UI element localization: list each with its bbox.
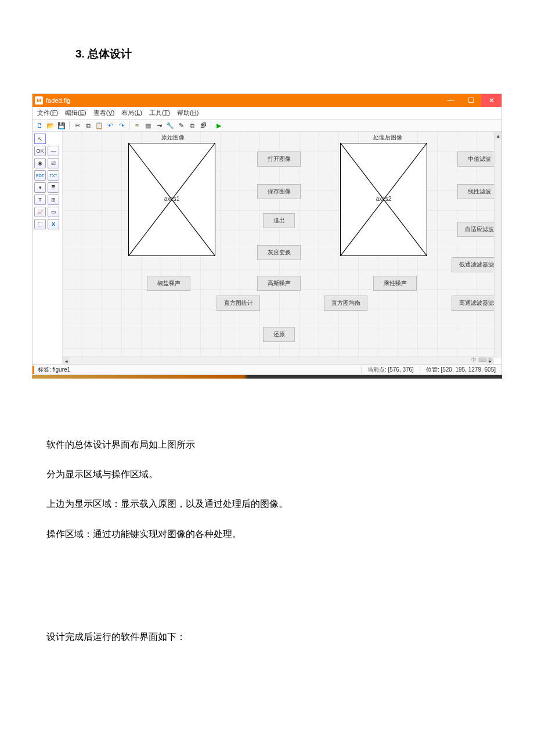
component-palette: ↖ OK — ◉ ☑ EDT TXT ▾ ≣ T [33, 132, 63, 364]
propinsp-icon[interactable]: ⧉ [187, 121, 197, 130]
saltpepper-button[interactable]: 椒盐噪声 [147, 276, 190, 291]
close-button[interactable]: ✕ [481, 94, 501, 107]
window-title: faded.fig [46, 97, 441, 104]
status-position: 位置: [520, 195, 1279, 605] [420, 366, 501, 374]
tbed-icon[interactable]: 🔧 [165, 121, 175, 130]
select-tool[interactable]: ↖ [34, 134, 46, 144]
separator-icon [129, 121, 129, 129]
hist-eq-button[interactable]: 直方图均衡 [324, 296, 367, 311]
menu-layout[interactable]: 布局(L) [121, 109, 142, 117]
maximize-button[interactable]: ☐ [461, 94, 481, 107]
align-icon[interactable]: ≡ [132, 121, 142, 130]
menu-file[interactable]: 文件(F) [37, 109, 58, 117]
slider-tool[interactable]: — [48, 146, 59, 156]
para-2: 分为显示区域与操作区域。 [46, 466, 488, 482]
popup-tool[interactable]: ▾ [34, 182, 46, 193]
menu-tools[interactable]: 工具(T) [149, 109, 170, 117]
buttongroup-tool[interactable]: ⬚ [34, 219, 46, 229]
pushbutton-tool[interactable]: OK [34, 146, 46, 156]
axes1-title: 原始图像 [161, 134, 185, 142]
menu-view[interactable]: 查看(V) [93, 109, 115, 117]
para-1: 软件的总体设计界面布局如上图所示 [46, 437, 488, 452]
divider [32, 375, 502, 379]
new-icon[interactable]: 🗋 [35, 121, 44, 130]
section-heading: 3. 总体设计 [75, 46, 488, 62]
minimize-button[interactable]: — [441, 94, 461, 107]
copy-icon[interactable]: ⧉ [84, 121, 93, 130]
body-text: 软件的总体设计界面布局如上图所示 分为显示区域与操作区域。 上边为显示区域：显示… [46, 437, 488, 645]
open-icon[interactable]: 📂 [46, 121, 55, 130]
paste-icon[interactable]: 📋 [95, 121, 104, 130]
scroll-left-icon[interactable]: ◂ [63, 357, 70, 364]
para-5: 设计完成后运行的软件界面如下： [46, 629, 488, 645]
table-tool[interactable]: ⊞ [48, 195, 59, 205]
objbr-icon[interactable]: 🗊 [199, 121, 208, 130]
listbox-tool[interactable]: ≣ [48, 182, 59, 193]
toggle-tool[interactable]: T [34, 195, 46, 205]
para-4: 操作区域：通过功能键实现对图像的各种处理。 [46, 526, 488, 542]
save-icon[interactable]: 💾 [57, 121, 66, 130]
axes1[interactable]: axes1 [128, 143, 215, 256]
ime-indicator: 中 ⌨ ✎ [471, 356, 493, 364]
menu-bar: 文件(F) 编辑(E) 查看(V) 布局(L) 工具(T) 帮助(H) [33, 107, 501, 120]
undo-icon[interactable]: ↶ [106, 121, 115, 130]
gauss-noise-button[interactable]: 高斯噪声 [257, 276, 301, 291]
gray-button[interactable]: 灰度变换 [257, 245, 301, 260]
menu-help[interactable]: 帮助(H) [177, 109, 199, 117]
status-tag: 标签: figure1 [33, 366, 361, 374]
save-image-button[interactable]: 保存图像 [257, 184, 301, 199]
restore-button[interactable]: 还原 [263, 327, 295, 342]
editor-icon[interactable]: ✎ [176, 121, 186, 130]
axes2-label: axes2 [376, 195, 392, 201]
separator-icon [211, 121, 211, 129]
mult-noise-button[interactable]: 乘性噪声 [373, 276, 417, 291]
text-tool[interactable]: TXT [48, 170, 59, 181]
work-area: ↖ OK — ◉ ☑ EDT TXT ▾ ≣ T [33, 132, 501, 364]
status-bar: 标签: figure1 当前点: [576, 376] 位置: [520, 19… [33, 364, 501, 375]
menu-edit[interactable]: 编辑(E) [65, 109, 86, 117]
axes2-title: 处理后图像 [373, 134, 402, 142]
vertical-scrollbar[interactable]: ▴ [494, 132, 501, 357]
activex-tool[interactable]: X [48, 219, 59, 229]
matlab-icon: M [35, 96, 43, 105]
guide-window: M faded.fig — ☐ ✕ 文件(F) 编辑(E) 查看(V) 布局(L… [32, 93, 502, 375]
run-icon[interactable]: ▶ [214, 121, 223, 130]
cut-icon[interactable]: ✂ [73, 121, 82, 130]
status-current-point: 当前点: [576, 376] [361, 366, 420, 374]
hist-stat-button[interactable]: 直方图统计 [217, 296, 260, 311]
panel-tool[interactable]: ▭ [48, 207, 59, 217]
tabed-icon[interactable]: ⇥ [154, 121, 164, 130]
exit-button[interactable]: 退出 [263, 213, 295, 228]
edit-tool[interactable]: EDT [34, 170, 46, 181]
axes-tool[interactable]: 📈 [34, 207, 46, 217]
axes1-label: axes1 [164, 195, 180, 201]
toolbar: 🗋 📂 💾 ✂ ⧉ 📋 ↶ ↷ ≡ ▤ ⇥ 🔧 ✎ ⧉ 🗊 ▶ [33, 120, 501, 132]
checkbox-tool[interactable]: ☑ [48, 158, 59, 168]
horizontal-scrollbar[interactable]: ◂ ▸ 中 ⌨ ✎ [63, 357, 494, 364]
scroll-up-icon[interactable]: ▴ [495, 132, 501, 139]
redo-icon[interactable]: ↷ [117, 121, 126, 130]
radio-tool[interactable]: ◉ [34, 158, 46, 168]
title-bar: M faded.fig — ☐ ✕ [33, 94, 501, 107]
para-3: 上边为显示区域：显示载入原图，以及通过处理后的图像。 [46, 496, 488, 512]
design-canvas[interactable]: 原始图像 处理后图像 axes1 axes2 打开图像 保存图像 [63, 132, 501, 358]
menued-icon[interactable]: ▤ [143, 121, 153, 130]
separator-icon [69, 121, 70, 129]
open-image-button[interactable]: 打开图像 [257, 152, 301, 167]
axes2[interactable]: axes2 [340, 143, 427, 256]
